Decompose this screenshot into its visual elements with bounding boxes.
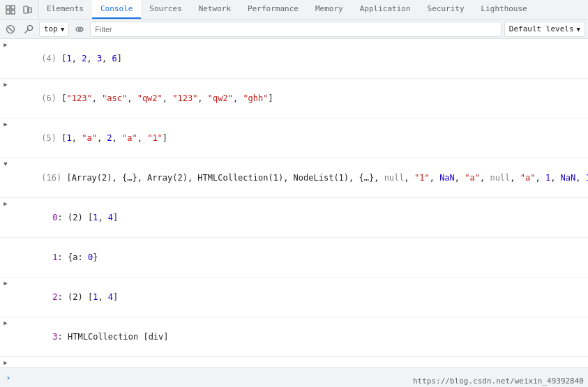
filter-icon[interactable] xyxy=(21,22,36,37)
console-row-2[interactable]: (6) ["123", "asc", "qw2", "123", "qw2", … xyxy=(0,79,588,119)
svg-line-7 xyxy=(8,27,13,31)
tab-bar: Elements Console Sources Network Perform… xyxy=(0,0,588,20)
levels-label: Default levels xyxy=(509,24,574,33)
tab-elements[interactable]: Elements xyxy=(38,0,92,19)
svg-rect-3 xyxy=(11,10,15,14)
tab-sources[interactable]: Sources xyxy=(141,0,190,19)
inspect-icon[interactable] xyxy=(3,2,18,17)
filter-input[interactable] xyxy=(90,22,502,37)
log-levels-button[interactable]: Default levels ▼ xyxy=(504,22,585,37)
console-toolbar: top ▼ Default levels ▼ xyxy=(0,20,588,39)
console-row-4[interactable]: (16) [Array(2), {…}, Array(2), HTMLColle… xyxy=(0,158,588,198)
tab-console[interactable]: Console xyxy=(92,0,141,19)
console-row-sub-1: 1: {a: 0} xyxy=(0,238,588,278)
console-output: (4) [1, 2, 3, 6] (6) ["123", "asc", "qw2… xyxy=(0,39,588,367)
console-row-3[interactable]: (5) [1, "a", 2, "a", "1"] xyxy=(0,119,588,158)
svg-rect-2 xyxy=(6,10,10,14)
expand-icon-sub-2[interactable] xyxy=(1,279,10,287)
tab-bar-icons xyxy=(0,0,38,19)
device-icon[interactable] xyxy=(20,2,35,17)
tab-performance[interactable]: Performance xyxy=(239,0,307,19)
console-row-sub-4[interactable]: 4: NodeList [div] xyxy=(0,357,588,367)
console-row-sub-3[interactable]: 3: HTMLCollection [div] xyxy=(0,317,588,357)
context-value: top xyxy=(44,24,58,33)
console-row-sub-2[interactable]: 2: (2) [1, 4] xyxy=(0,278,588,317)
eye-icon[interactable] xyxy=(72,22,87,37)
svg-point-11 xyxy=(79,28,81,30)
context-dropdown-arrow: ▼ xyxy=(61,26,64,33)
context-selector[interactable]: top ▼ xyxy=(39,22,69,37)
url-tooltip: https://blog.csdn.net/weixin_49392840 xyxy=(409,375,588,387)
console-row-1[interactable]: (4) [1, 2, 3, 6] xyxy=(0,39,588,79)
console-row-sub-0[interactable]: 0: (2) [1, 4] xyxy=(0,198,588,238)
tabs-container: Elements Console Sources Network Perform… xyxy=(38,0,588,19)
expand-icon-4[interactable] xyxy=(1,160,10,168)
svg-rect-0 xyxy=(6,6,10,9)
expand-icon-sub-3[interactable] xyxy=(1,319,10,327)
expand-icon-sub-4[interactable] xyxy=(1,358,10,367)
svg-rect-1 xyxy=(11,6,15,9)
clear-console-icon[interactable] xyxy=(3,22,18,37)
tab-security[interactable]: Security xyxy=(419,0,473,19)
tab-memory[interactable]: Memory xyxy=(307,0,352,19)
tab-application[interactable]: Application xyxy=(352,0,419,19)
svg-rect-5 xyxy=(29,8,31,13)
expand-icon-1[interactable] xyxy=(1,40,10,49)
svg-line-9 xyxy=(25,29,29,33)
tab-network[interactable]: Network xyxy=(190,0,239,19)
levels-arrow: ▼ xyxy=(577,26,580,33)
expand-icon-2[interactable] xyxy=(1,80,10,89)
tab-lighthouse[interactable]: Lighthouse xyxy=(473,0,536,19)
svg-rect-4 xyxy=(24,6,28,13)
expand-icon-sub-0[interactable] xyxy=(1,199,10,208)
prompt-arrow-icon: › xyxy=(6,372,11,383)
expand-icon-3[interactable] xyxy=(1,120,10,128)
